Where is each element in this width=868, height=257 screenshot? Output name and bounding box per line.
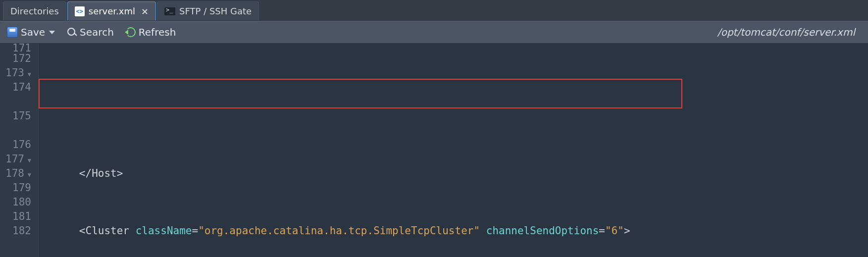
- code-line: [42, 116, 865, 123]
- refresh-button[interactable]: Refresh: [126, 26, 176, 38]
- search-label: Search: [80, 26, 114, 38]
- tab-sftp-ssh-gate[interactable]: SFTP / SSH Gate: [157, 1, 259, 20]
- line-number: 182: [0, 224, 31, 238]
- code-editor[interactable]: 171 172 173▼ 174 175 176 177▼ 178▼ 179 1…: [0, 44, 868, 257]
- terminal-icon: [164, 7, 175, 15]
- tab-directories[interactable]: Directories: [3, 1, 66, 20]
- line-number: 180: [0, 195, 31, 209]
- line-number-gutter: 171 172 173▼ 174 175 176 177▼ 178▼ 179 1…: [0, 44, 39, 257]
- line-number: 175: [0, 109, 31, 123]
- line-number: 181: [0, 209, 31, 224]
- tab-label: Directories: [10, 6, 59, 16]
- refresh-label: Refresh: [139, 26, 176, 38]
- line-number: 177▼: [0, 152, 31, 166]
- line-number: 178▼: [0, 166, 31, 181]
- search-button[interactable]: Search: [67, 26, 114, 38]
- save-icon: [7, 27, 18, 38]
- chevron-down-icon: [49, 31, 55, 34]
- line-number: 173▼: [0, 66, 31, 80]
- line-number: 172: [0, 51, 31, 66]
- line-number: 174: [0, 80, 31, 95]
- line-number: [0, 95, 31, 109]
- xml-file-icon: <>: [75, 6, 85, 16]
- line-number: [0, 123, 31, 138]
- tab-label: server.xml: [89, 6, 135, 16]
- tab-strip: Directories <> server.xml × SFTP / SSH G…: [0, 0, 868, 21]
- refresh-icon: [126, 27, 136, 37]
- highlight-box: [39, 79, 682, 108]
- tab-server-xml[interactable]: <> server.xml ×: [67, 1, 156, 20]
- save-label: Save: [21, 26, 45, 38]
- tab-label: SFTP / SSH Gate: [179, 6, 252, 16]
- save-button[interactable]: Save: [7, 26, 55, 38]
- line-number: 171: [0, 45, 31, 51]
- code-line: <Cluster className="org.apache.catalina.…: [42, 224, 865, 238]
- line-number: 179: [0, 181, 31, 195]
- line-number: 176: [0, 138, 31, 152]
- fold-icon[interactable]: ▼: [26, 168, 31, 182]
- code-area[interactable]: </Host> <Cluster className="org.apache.c…: [39, 44, 868, 257]
- fold-icon[interactable]: ▼: [26, 67, 31, 82]
- fold-icon[interactable]: ▼: [26, 154, 31, 168]
- close-icon[interactable]: ×: [141, 6, 149, 16]
- editor-toolbar: Save Search Refresh /opt/tomcat/conf/ser…: [0, 21, 868, 44]
- file-path: /opt/tomcat/conf/server.xml: [717, 26, 861, 38]
- code-line: </Host>: [42, 166, 865, 181]
- search-icon: [67, 27, 77, 37]
